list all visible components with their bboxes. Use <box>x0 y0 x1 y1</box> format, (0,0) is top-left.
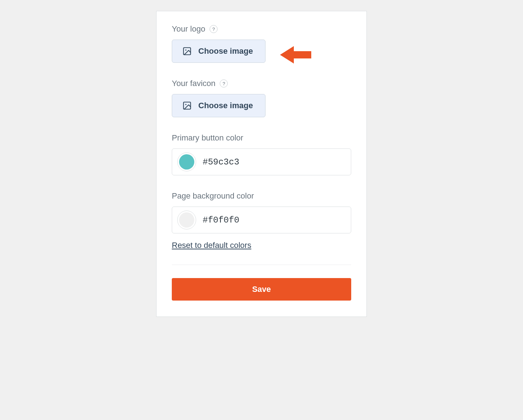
color-circle-icon <box>179 154 194 170</box>
logo-label: Your logo <box>172 24 205 34</box>
logo-section: Your logo ? Choose image <box>172 24 351 63</box>
background-color-field[interactable] <box>203 215 346 225</box>
help-icon[interactable]: ? <box>210 25 218 33</box>
choose-logo-label: Choose image <box>198 46 253 56</box>
favicon-label-row: Your favicon ? <box>172 79 351 88</box>
color-circle-icon <box>179 212 194 228</box>
svg-point-3 <box>185 104 186 105</box>
choose-logo-button[interactable]: Choose image <box>172 40 265 63</box>
background-color-label: Page background color <box>172 191 254 201</box>
background-color-label-row: Page background color <box>172 191 351 201</box>
primary-color-field[interactable] <box>203 157 346 167</box>
favicon-label: Your favicon <box>172 79 215 88</box>
favicon-section: Your favicon ? Choose image <box>172 79 351 117</box>
divider <box>172 265 351 265</box>
primary-color-input[interactable] <box>172 148 351 175</box>
save-button[interactable]: Save <box>172 278 351 301</box>
primary-color-swatch[interactable] <box>177 152 196 171</box>
image-icon <box>182 101 192 110</box>
settings-panel: Your logo ? Choose image Your favicon ? <box>156 11 367 317</box>
choose-favicon-label: Choose image <box>198 101 253 110</box>
choose-favicon-button[interactable]: Choose image <box>172 94 265 117</box>
background-color-section: Page background color <box>172 191 351 233</box>
logo-label-row: Your logo ? <box>172 24 351 34</box>
image-icon <box>182 46 192 56</box>
help-icon[interactable]: ? <box>220 79 228 87</box>
background-color-input[interactable] <box>172 207 351 233</box>
background-color-swatch[interactable] <box>177 211 196 229</box>
primary-color-label-row: Primary button color <box>172 133 351 143</box>
primary-color-section: Primary button color <box>172 133 351 175</box>
primary-color-label: Primary button color <box>172 133 243 143</box>
reset-colors-link[interactable]: Reset to default colors <box>172 241 251 250</box>
svg-point-1 <box>185 49 186 50</box>
